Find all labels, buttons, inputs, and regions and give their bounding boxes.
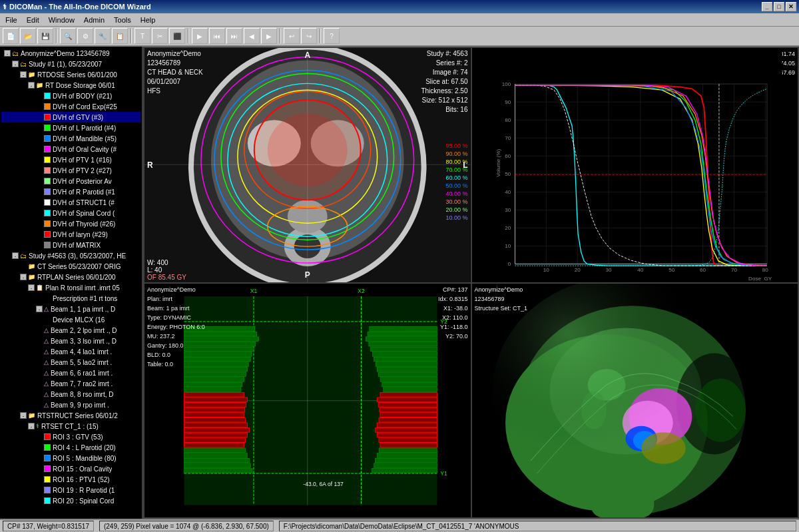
tree-item[interactable]: -🗂Anonymize^Demo 123456789 (1, 48, 140, 59)
maximize-button[interactable]: □ (774, 2, 784, 11)
expand-icon[interactable]: - (36, 306, 43, 312)
tree-item[interactable]: DVH of R Parotid (#1 (1, 186, 140, 197)
tree-item[interactable]: DVH of Oral Cavity (# (1, 144, 140, 154)
dose-legend-item: 90.00 % (445, 150, 467, 158)
tree-item[interactable]: -📁RTPLAN Series 06/01/200 (1, 272, 140, 282)
toolbar-btn14[interactable]: ↩ (284, 28, 300, 44)
beam-icon: △ (44, 380, 49, 387)
ct-panel[interactable]: Anonymize^Demo 123456789 CT HEAD & NECK … (144, 48, 471, 282)
tree-item[interactable]: △Beam 2, 2 lpo imrt ., D (1, 325, 140, 336)
tree-item[interactable]: 📁CT Series 05/23/2007 ORIG (1, 261, 140, 272)
svg-rect-123 (378, 402, 437, 407)
expand-icon[interactable]: - (12, 252, 19, 259)
tree-item[interactable]: △Beam 4, 4 lao1 imrt . (1, 346, 140, 357)
tree-item[interactable]: △Beam 6, 6 rao1 imrt . (1, 368, 140, 378)
tree-item[interactable]: -△Beam 1, 1 pa imrt ., D (1, 304, 140, 314)
tree-item[interactable]: Device MLCX (16 (1, 314, 140, 325)
minimize-button[interactable]: _ (762, 2, 772, 11)
toolbar-btn16[interactable]: ? (324, 28, 340, 44)
toolbar-btn10[interactable]: ⏮ (209, 28, 225, 44)
tree-item[interactable]: DVH of Thyroid (#26) (1, 218, 140, 229)
expand-icon[interactable]: - (28, 423, 35, 429)
menu-help[interactable]: Help (136, 15, 160, 25)
render3d-panel[interactable]: Anonymize^Demo 123456789 Structure Set: … (472, 284, 798, 518)
tree-item[interactable]: △Beam 7, 7 rao2 imrt . (1, 378, 140, 389)
svg-rect-94 (184, 402, 246, 407)
svg-text:10: 10 (505, 243, 511, 249)
color-indicator (44, 433, 51, 440)
close-button[interactable]: ✕ (786, 2, 796, 11)
menu-edit[interactable]: Edit (23, 15, 43, 25)
toolbar-btn6[interactable]: T (134, 28, 150, 44)
tree-item[interactable]: ROI 4 : L Parotid (20) (1, 442, 140, 453)
menu-window[interactable]: Window (45, 15, 79, 25)
tree-item[interactable]: △Beam 3, 3 lso imrt ., D (1, 336, 140, 346)
tree-item[interactable]: DVH of PTV 1 (#16) (1, 154, 140, 165)
tree-item[interactable]: ROI 15 : Oral Cavity (1, 463, 140, 474)
expand-icon[interactable]: - (20, 412, 27, 419)
toolbar-btn9[interactable]: ▶ (192, 28, 208, 44)
dose-legend-label: 80.00 % (445, 158, 467, 165)
expand-icon[interactable]: - (12, 61, 19, 67)
tree-item[interactable]: △Beam 8, 8 rso imrt, D (1, 389, 140, 399)
tree-item[interactable]: ROI 3 : GTV (53) (1, 431, 140, 442)
toolbar-new[interactable]: 📄 (3, 28, 19, 44)
tree-item[interactable]: DVH of Spinal Cord ( (1, 208, 140, 218)
mlc-cp: CP#: 137 (438, 285, 468, 294)
color-indicator (44, 210, 51, 216)
expand-icon[interactable]: - (20, 71, 27, 78)
tree-item[interactable]: DVH of laryn (#29) (1, 229, 140, 240)
tree-container[interactable]: -🗂Anonymize^Demo 123456789-🗂Study #1 (1)… (0, 47, 142, 519)
toolbar-btn5[interactable]: 📋 (112, 28, 128, 44)
tree-item[interactable]: -📁RTDOSE Series 06/01/200 (1, 69, 140, 80)
tree-item[interactable]: -📁RTSTRUCT Series 06/01/2 (1, 410, 140, 421)
tree-item[interactable]: DVH of MATRIX (1, 240, 140, 250)
menu-tools[interactable]: Tools (110, 15, 135, 25)
toolbar-btn12[interactable]: ◀ (244, 28, 260, 44)
tree-item[interactable]: -🗂Study #4563 (3), 05/23/2007, HE (1, 250, 140, 261)
tree-item[interactable]: -🗂Study #1 (1), 05/23/2007 (1, 59, 140, 69)
svg-rect-108 (370, 326, 437, 331)
mlc-panel[interactable]: Anonymize^Demo Plan: imrt Beam: 1 pa imr… (144, 284, 471, 518)
tree-item[interactable]: ROI 19 : R Parotid (1 (1, 485, 140, 495)
tree-item[interactable]: DVH of Posterior Av (1, 176, 140, 186)
toolbar-btn7[interactable]: ✂ (152, 28, 168, 44)
tree-item[interactable]: ROI 5 : Mandible (80) (1, 453, 140, 463)
toolbar-btn11[interactable]: ⏭ (226, 28, 242, 44)
tree-item[interactable]: -📁RT Dose Storage 06/01 (1, 80, 140, 91)
toolbar-btn13[interactable]: ▶ (261, 28, 277, 44)
expand-icon[interactable]: - (28, 82, 35, 89)
tree-item[interactable]: DVH of STRUCT1 (# (1, 197, 140, 208)
toolbar-btn15[interactable]: ↪ (301, 28, 317, 44)
expand-icon[interactable]: - (4, 50, 11, 57)
tree-item[interactable]: DVH of Mandible (#5) (1, 133, 140, 144)
tree-item[interactable]: DVH of Cord Exp(#25 (1, 101, 140, 112)
tree-item-label: ROI 5 : Mandible (80) (53, 455, 117, 462)
expand-icon[interactable]: - (28, 284, 35, 291)
tree-item[interactable]: △Beam 9, 9 rpo imrt . (1, 399, 140, 410)
dvh-panel[interactable]: Cumulative DVH of GTV (#3) Max. Dose= 81… (472, 48, 798, 282)
menu-file[interactable]: File (1, 15, 21, 25)
ct-dir-p: P (305, 270, 310, 280)
toolbar-btn3[interactable]: ⚙ (77, 28, 93, 44)
tree-item[interactable]: -📋Plan R tonsil imrt .imrt 05 (1, 282, 140, 293)
toolbar-save[interactable]: 💾 (37, 28, 53, 44)
tree-item[interactable]: DVH of PTV 2 (#27) (1, 165, 140, 176)
svg-text:20: 20 (574, 267, 581, 273)
tree-item[interactable]: Prescription #1 rt tons (1, 293, 140, 304)
menu-admin[interactable]: Admin (80, 15, 109, 25)
tree-item[interactable]: DVH of GTV (#3) (1, 112, 140, 123)
expand-icon[interactable]: - (20, 274, 27, 280)
toolbar-btn4[interactable]: 🔧 (95, 28, 111, 44)
toolbar-open[interactable]: 📂 (20, 28, 36, 44)
tree-item[interactable]: -⚕RTSET CT_1 : (15) (1, 421, 140, 431)
mlc-bld: BLD: 0.0 (147, 350, 205, 360)
tree-item[interactable]: ROI 20 : Spinal Cord (1, 495, 140, 506)
dose-legend-label: 40.00 % (445, 190, 467, 197)
toolbar-btn8[interactable]: ⬛ (169, 28, 185, 44)
tree-item[interactable]: DVH of BODY (#21) (1, 91, 140, 101)
tree-item[interactable]: ROI 16 : PTV1 (52) (1, 474, 140, 485)
tree-item[interactable]: △Beam 5, 5 lao2 imrt . (1, 357, 140, 368)
tree-item[interactable]: DVH of L Parotid (#4) (1, 123, 140, 133)
toolbar-btn2[interactable]: 🔍 (60, 28, 76, 44)
